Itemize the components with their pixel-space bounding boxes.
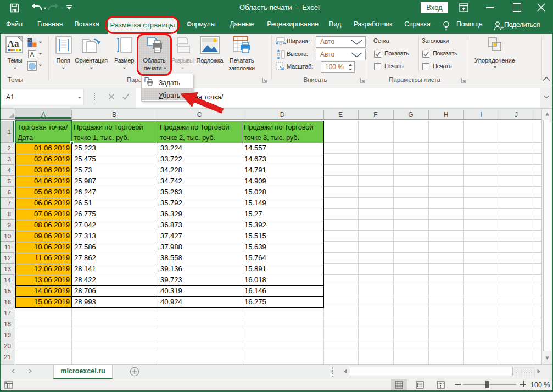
svg-text:Aa: Aa (8, 38, 19, 49)
svg-text:A: A (30, 51, 35, 58)
